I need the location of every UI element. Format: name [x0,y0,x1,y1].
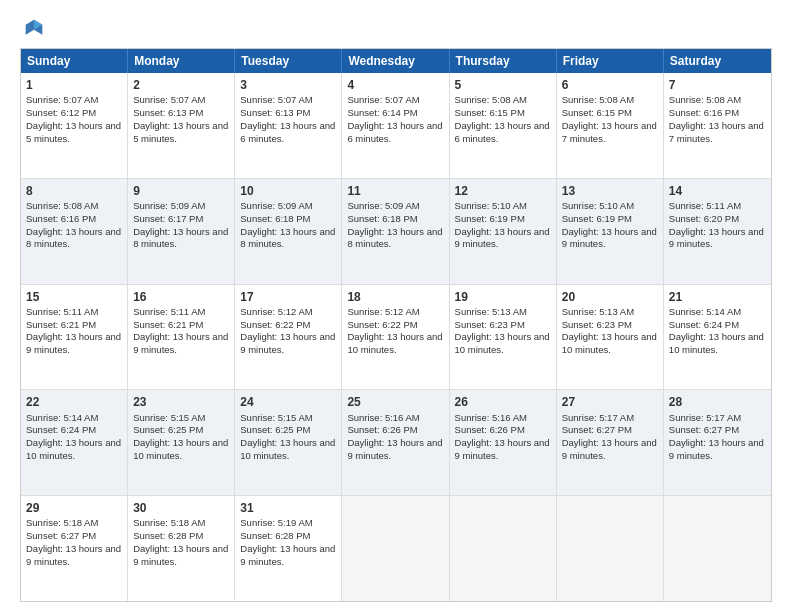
calendar-body: 1Sunrise: 5:07 AMSunset: 6:12 PMDaylight… [21,73,771,601]
day-number: 12 [455,183,551,199]
day-cell-11: 11Sunrise: 5:09 AMSunset: 6:18 PMDayligh… [342,179,449,284]
day-number: 2 [133,77,229,93]
empty-cell-4-6 [664,496,771,601]
day-info-line: Sunset: 6:24 PM [26,424,122,437]
day-info-line: Sunset: 6:26 PM [347,424,443,437]
day-number: 3 [240,77,336,93]
day-info-line: Sunset: 6:20 PM [669,213,766,226]
day-info-line: Sunrise: 5:17 AM [562,412,658,425]
day-info-line: Sunset: 6:23 PM [562,319,658,332]
day-info-line: Sunset: 6:25 PM [133,424,229,437]
day-info-line: Daylight: 13 hours and 9 minutes. [669,226,766,252]
day-info-line: Daylight: 13 hours and 8 minutes. [26,226,122,252]
day-cell-18: 18Sunrise: 5:12 AMSunset: 6:22 PMDayligh… [342,285,449,390]
day-info-line: Daylight: 13 hours and 6 minutes. [240,120,336,146]
day-info-line: Daylight: 13 hours and 6 minutes. [455,120,551,146]
day-info-line: Sunset: 6:19 PM [455,213,551,226]
calendar-row-1: 1Sunrise: 5:07 AMSunset: 6:12 PMDaylight… [21,73,771,179]
day-cell-5: 5Sunrise: 5:08 AMSunset: 6:15 PMDaylight… [450,73,557,178]
day-info-line: Daylight: 13 hours and 10 minutes. [669,331,766,357]
day-number: 26 [455,394,551,410]
day-info-line: Daylight: 13 hours and 5 minutes. [26,120,122,146]
day-info-line: Daylight: 13 hours and 10 minutes. [455,331,551,357]
day-info-line: Sunset: 6:13 PM [240,107,336,120]
day-number: 8 [26,183,122,199]
day-info-line: Sunset: 6:16 PM [26,213,122,226]
day-cell-14: 14Sunrise: 5:11 AMSunset: 6:20 PMDayligh… [664,179,771,284]
day-info-line: Daylight: 13 hours and 9 minutes. [26,543,122,569]
day-cell-21: 21Sunrise: 5:14 AMSunset: 6:24 PMDayligh… [664,285,771,390]
day-info-line: Daylight: 13 hours and 9 minutes. [347,437,443,463]
day-info-line: Sunrise: 5:13 AM [562,306,658,319]
calendar: SundayMondayTuesdayWednesdayThursdayFrid… [20,48,772,602]
day-number: 4 [347,77,443,93]
day-info-line: Sunrise: 5:11 AM [669,200,766,213]
day-number: 20 [562,289,658,305]
day-cell-16: 16Sunrise: 5:11 AMSunset: 6:21 PMDayligh… [128,285,235,390]
day-number: 28 [669,394,766,410]
day-info-line: Daylight: 13 hours and 10 minutes. [26,437,122,463]
day-info-line: Daylight: 13 hours and 10 minutes. [347,331,443,357]
weekday-header-saturday: Saturday [664,49,771,73]
day-info-line: Sunset: 6:27 PM [26,530,122,543]
weekday-header-wednesday: Wednesday [342,49,449,73]
empty-cell-4-4 [450,496,557,601]
day-cell-25: 25Sunrise: 5:16 AMSunset: 6:26 PMDayligh… [342,390,449,495]
day-number: 24 [240,394,336,410]
day-info-line: Sunrise: 5:07 AM [240,94,336,107]
day-info-line: Sunrise: 5:08 AM [669,94,766,107]
day-number: 9 [133,183,229,199]
header [20,18,772,38]
day-info-line: Sunrise: 5:16 AM [347,412,443,425]
day-cell-8: 8Sunrise: 5:08 AMSunset: 6:16 PMDaylight… [21,179,128,284]
day-number: 14 [669,183,766,199]
day-cell-1: 1Sunrise: 5:07 AMSunset: 6:12 PMDaylight… [21,73,128,178]
day-number: 22 [26,394,122,410]
day-cell-7: 7Sunrise: 5:08 AMSunset: 6:16 PMDaylight… [664,73,771,178]
day-info-line: Sunset: 6:27 PM [669,424,766,437]
day-info-line: Daylight: 13 hours and 5 minutes. [133,120,229,146]
day-number: 30 [133,500,229,516]
weekday-header-monday: Monday [128,49,235,73]
day-cell-26: 26Sunrise: 5:16 AMSunset: 6:26 PMDayligh… [450,390,557,495]
logo-icon [24,18,44,38]
day-info-line: Sunrise: 5:15 AM [133,412,229,425]
day-number: 18 [347,289,443,305]
day-info-line: Sunset: 6:18 PM [240,213,336,226]
calendar-row-5: 29Sunrise: 5:18 AMSunset: 6:27 PMDayligh… [21,496,771,601]
day-number: 11 [347,183,443,199]
day-info-line: Sunset: 6:25 PM [240,424,336,437]
day-number: 6 [562,77,658,93]
day-info-line: Sunset: 6:16 PM [669,107,766,120]
day-info-line: Sunset: 6:23 PM [455,319,551,332]
day-cell-9: 9Sunrise: 5:09 AMSunset: 6:17 PMDaylight… [128,179,235,284]
day-info-line: Daylight: 13 hours and 9 minutes. [240,331,336,357]
day-info-line: Sunrise: 5:14 AM [669,306,766,319]
weekday-header-friday: Friday [557,49,664,73]
day-cell-12: 12Sunrise: 5:10 AMSunset: 6:19 PMDayligh… [450,179,557,284]
logo [20,18,46,38]
day-info-line: Daylight: 13 hours and 9 minutes. [562,226,658,252]
day-info-line: Sunrise: 5:18 AM [26,517,122,530]
day-info-line: Sunset: 6:17 PM [133,213,229,226]
page: SundayMondayTuesdayWednesdayThursdayFrid… [0,0,792,612]
day-info-line: Daylight: 13 hours and 9 minutes. [455,437,551,463]
empty-cell-4-3 [342,496,449,601]
day-info-line: Daylight: 13 hours and 9 minutes. [133,543,229,569]
day-info-line: Sunset: 6:18 PM [347,213,443,226]
day-info-line: Daylight: 13 hours and 9 minutes. [240,543,336,569]
day-info-line: Sunset: 6:15 PM [562,107,658,120]
day-info-line: Daylight: 13 hours and 7 minutes. [669,120,766,146]
day-info-line: Daylight: 13 hours and 9 minutes. [562,437,658,463]
day-info-line: Sunrise: 5:12 AM [347,306,443,319]
day-number: 1 [26,77,122,93]
day-cell-6: 6Sunrise: 5:08 AMSunset: 6:15 PMDaylight… [557,73,664,178]
day-cell-28: 28Sunrise: 5:17 AMSunset: 6:27 PMDayligh… [664,390,771,495]
day-info-line: Sunset: 6:15 PM [455,107,551,120]
day-cell-19: 19Sunrise: 5:13 AMSunset: 6:23 PMDayligh… [450,285,557,390]
day-number: 15 [26,289,122,305]
day-number: 19 [455,289,551,305]
day-info-line: Daylight: 13 hours and 9 minutes. [455,226,551,252]
day-number: 21 [669,289,766,305]
day-number: 5 [455,77,551,93]
